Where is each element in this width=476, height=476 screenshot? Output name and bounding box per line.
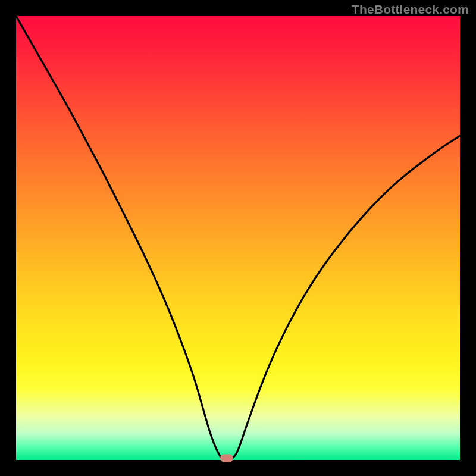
optimum-marker (220, 455, 233, 462)
watermark-text: TheBottleneck.com (352, 2, 469, 17)
bottleneck-curve (16, 16, 460, 460)
outer-frame: TheBottleneck.com (0, 0, 476, 476)
plot-area (16, 16, 460, 460)
